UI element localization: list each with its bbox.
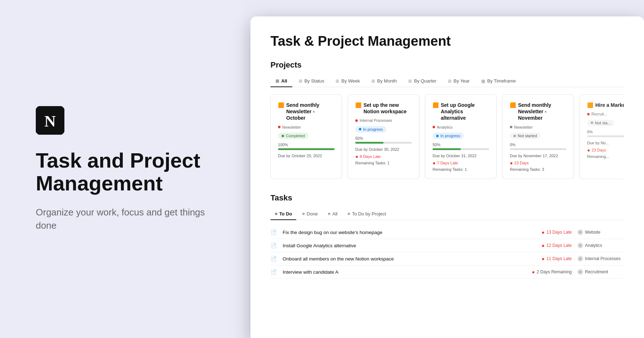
project-card-4[interactable]: 🟧 Send monthly Newsletter - November New… [502,94,574,179]
tasks-tab-todo[interactable]: ≡ To Do [270,208,296,220]
task-1-category: ⊙ Website [577,229,624,235]
tasks-tab-all-label: All [332,211,337,217]
project-card-2-folder-icon: 🟧 [355,102,361,115]
project-card-1[interactable]: 🟧 Send monthly Newsletter - October News… [270,94,342,179]
task-row-2[interactable]: 📄 Install Google Analytics alternative ●… [270,239,624,252]
project-card-5-progress-label: 0% [587,130,624,134]
task-1-category-label: Website [585,230,600,235]
project-card-3[interactable]: 🟧 Set up Google Analytics alternative An… [425,94,497,179]
tab-by-timeframe-icon: ▦ [481,79,485,84]
project-card-2-status: In progress [355,126,386,133]
project-card-3-status: In progress [433,133,464,139]
project-card-5-title: 🟧 Hire a Marke... [587,102,624,108]
task-3-category-label: Internal Processes [585,256,620,261]
task-list: 📄 Fix the design bug on our website's ho… [270,226,624,279]
tasks-tab-todo-by-project[interactable]: ≡ To Do by Project [343,208,390,220]
project-card-1-progress-fill [278,148,335,150]
tab-by-week[interactable]: ⊞ By Week [331,75,365,87]
tab-by-timeframe-label: By Timeframe [487,78,516,84]
tab-by-month-icon: ⊞ [371,79,375,84]
tasks-tab-done-label: Done [307,211,318,217]
project-card-1-status: Completed [278,133,308,139]
task-1-late-text: 13 Days Late [546,230,572,235]
task-4-late-dot: ● [532,269,535,275]
project-card-4-days-late: ● 23 Days [510,160,566,166]
task-3-category-icon: ⊙ [577,256,583,262]
project-card-3-progress-bar [433,148,489,150]
project-card-4-folder-icon: 🟧 [510,102,516,121]
project-card-1-due-date: Due by October 20, 2022 [278,154,335,158]
left-panel-title: Task and Project Management [36,149,208,195]
tasks-tab-project-label: To Do by Project [352,211,386,217]
project-card-2-progress-label: 50% [355,136,412,140]
tab-by-timeframe[interactable]: ▦ By Timeframe [476,75,521,87]
project-card-4-progress-bar [510,148,566,150]
project-card-1-progress-label: 100% [278,143,335,147]
project-card-4-tag: Newsletter [510,125,566,129]
tab-by-week-icon: ⊞ [336,79,339,84]
task-row-4[interactable]: 📄 Interview with candidate A ● 2 Days Re… [270,265,624,279]
tab-by-year[interactable]: ⊞ By Year [443,75,475,87]
tab-all[interactable]: ⊞ All [270,75,292,87]
days-late-dot-5: ● [587,147,590,153]
days-late-dot-3: ● [433,160,435,166]
task-1-late-dot: ● [542,229,545,235]
project-card-2-progress-fill [355,142,384,144]
tab-by-quarter[interactable]: ⊞ By Quarter [403,75,441,87]
project-card-1-progress-bar [278,148,335,150]
tasks-heading: Tasks [270,193,624,203]
project-card-2[interactable]: 🟧 Set up the new Notion workspace Intern… [348,94,419,179]
page-card-main[interactable]: Task & Project Management Projects ⊞ All… [250,16,644,338]
left-panel: N Task and Project Management Organize y… [0,0,243,338]
project-card-4-progress-label: 0% [510,143,566,147]
tasks-tab-done[interactable]: ≡ Done [298,208,322,220]
status-dot-grey-4 [513,135,516,137]
project-card-3-progress-fill [433,148,461,150]
tab-by-quarter-icon: ⊞ [408,79,412,84]
project-card-2-due-date: Due by October 30, 2022 [355,147,412,151]
tasks-tab-todo-label: To Do [279,211,292,217]
status-dot-grey-5 [591,121,593,124]
project-card-5-due-date: Due by No... [587,141,624,145]
tag-dot-4-grey [510,126,512,128]
page-content: Task & Project Management Projects ⊞ All… [250,16,644,307]
project-card-3-remaining: Remaining Tasks: 1 [433,167,489,172]
project-card-3-title: 🟧 Set up Google Analytics alternative [433,102,489,121]
task-2-name: Install Google Analytics alternative [283,243,536,248]
tasks-tab-all-icon: ≡ [328,211,331,217]
status-dot-green [282,135,284,137]
days-late-dot-4: ● [510,160,513,166]
svg-text:N: N [44,113,56,130]
days-late-dot-2: ● [355,154,358,159]
project-card-5[interactable]: 🟧 Hire a Marke... Recruit... Not sta... … [580,94,624,179]
task-3-late-text: 11 Days Late [546,256,572,261]
tasks-tab-project-icon: ≡ [347,211,350,217]
project-card-3-days-late: ● 7 Days Late [433,160,489,166]
project-card-2-progress-bar [355,142,412,144]
project-card-1-tag: Newsletter [278,125,335,129]
task-row-1[interactable]: 📄 Fix the design bug on our website's ho… [270,226,624,239]
tasks-tab-all[interactable]: ≡ All [323,208,342,220]
task-4-category-label: Recruitment [585,269,608,274]
project-card-5-progress-bar [587,135,624,137]
left-panel-subtitle: Organize your work, focus and get things… [36,206,208,232]
task-2-late-badge: ● 12 Days Late [542,243,572,248]
task-row-3[interactable]: 📄 Onboard all members on the new Notion … [270,252,624,265]
tasks-section: Tasks ≡ To Do ≡ Done ≡ All [270,193,624,279]
tab-all-icon: ⊞ [275,79,279,84]
project-card-4-title: 🟧 Send monthly Newsletter - November [510,102,566,121]
task-2-late-dot: ● [542,243,545,248]
task-2-category-label: Analytics [585,243,602,248]
task-2-icon: 📄 [270,243,277,248]
tab-by-status-icon: ⊞ [299,79,302,84]
task-2-late-text: 12 Days Late [546,243,572,248]
tab-by-month[interactable]: ⊞ By Month [366,75,402,87]
project-card-5-tag: Recruit... [587,112,624,116]
tab-by-status[interactable]: ⊞ By Status [294,75,330,87]
tab-all-label: All [281,78,287,84]
project-card-2-days-late: ● 8 Days Late [355,154,412,159]
page-title: Task & Project Management [270,34,624,49]
project-card-3-due-date: Due by October 31, 2022 [433,154,489,158]
tasks-tab-bar: ≡ To Do ≡ Done ≡ All ≡ To Do by Project [270,208,624,220]
tab-by-year-label: By Year [454,78,470,84]
